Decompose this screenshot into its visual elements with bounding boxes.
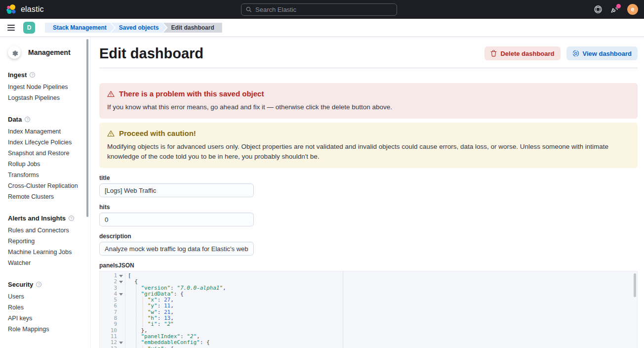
line-number: 5 (100, 297, 125, 303)
deployment-icon (594, 5, 602, 13)
sidebar-title: Management (28, 48, 71, 56)
sidebar-item-rules-and-connectors[interactable]: Rules and Connectors (8, 225, 84, 236)
line-number: 4 (100, 291, 125, 297)
description-field[interactable] (99, 242, 254, 256)
code-line: 13 │ │ "vis": { (100, 346, 637, 348)
code-line: 7 │ │ "w": 21, (100, 309, 637, 315)
delete-dashboard-button[interactable]: Delete dashboard (484, 46, 560, 60)
warning-callout: Proceed with caution! Modifying objects … (99, 123, 638, 168)
topbar-actions: e (594, 4, 638, 15)
error-callout-body: If you know what this error means, go ah… (107, 102, 630, 112)
line-number: 6 (100, 303, 125, 309)
newsfeed-button[interactable] (610, 5, 619, 14)
sidebar-item-watcher[interactable]: Watcher (8, 258, 84, 268)
warning-icon (107, 90, 115, 97)
search-icon (246, 6, 252, 13)
code-line: 1[ (100, 273, 637, 279)
sidebar-item-snapshot-and-restore[interactable]: Snapshot and Restore (8, 148, 84, 159)
sidebar-section-alerts-and-insights: Alerts and Insights? (8, 215, 84, 222)
breadcrumb-bar: D Stack ManagementSaved objectsEdit dash… (0, 19, 644, 37)
help-icon: ? (30, 72, 35, 78)
warning-callout-body: Modifying objects is for advanced users … (107, 142, 630, 162)
notification-dot (616, 4, 621, 8)
warning-icon (107, 130, 115, 137)
user-avatar[interactable]: e (627, 4, 638, 15)
help-icon: ? (36, 282, 41, 287)
line-number: 2 (100, 279, 125, 285)
elastic-home-link[interactable]: elastic (6, 4, 44, 15)
panels-json-label: panelsJSON (99, 262, 638, 269)
sidebar-item-ingest-node-pipelines[interactable]: Ingest Node Pipelines (8, 82, 84, 92)
line-number: 1 (100, 273, 125, 279)
sidebar-scrollbar[interactable] (86, 39, 88, 217)
main-content: Edit dashboard Delete dashboard View das… (91, 37, 644, 348)
fold-arrow-icon[interactable] (119, 342, 123, 344)
code-line: 4 │ "gridData": { (100, 291, 637, 297)
error-callout: There is a problem with this saved objec… (99, 83, 638, 119)
fold-arrow-icon[interactable] (119, 281, 123, 283)
title-field[interactable] (99, 183, 254, 197)
trash-icon (490, 50, 497, 57)
eye-icon (572, 50, 579, 57)
view-dashboard-button[interactable]: View dashboard (566, 46, 638, 60)
sidebar-item-api-keys[interactable]: API keys (8, 313, 84, 324)
sidebar-section-ingest: Ingest? (8, 71, 84, 79)
sidebar-item-cross-cluster-replication[interactable]: Cross-Cluster Replication (8, 180, 84, 191)
sidebar-header: Management (8, 46, 84, 59)
hits-field-label: hits (99, 204, 638, 211)
sidebar-item-transforms[interactable]: Transforms (8, 170, 84, 180)
panels-json-editor[interactable]: 1[2 {3 │ "version": "7.0.0-alpha1",4 │ "… (99, 271, 638, 348)
sidebar-item-remote-clusters[interactable]: Remote Clusters (8, 191, 84, 202)
title-field-label: title (99, 174, 638, 181)
sidebar-item-machine-learning-jobs[interactable]: Machine Learning Jobs (8, 247, 84, 258)
code-line: 12 │ "embeddableConfig": { (100, 340, 637, 346)
line-number: 9 (100, 321, 125, 327)
breadcrumb-stack-management[interactable]: Stack Management (45, 23, 115, 33)
code-line: 8 │ │ "h": 13, (100, 315, 637, 321)
breadcrumb: Stack ManagementSaved objectsEdit dashbo… (45, 23, 222, 33)
sidebar-item-role-mappings[interactable]: Role Mappings (8, 324, 84, 335)
editor-scrollbar[interactable] (634, 273, 636, 297)
search-input[interactable] (255, 6, 392, 13)
management-sidebar: Management Ingest?Ingest Node PipelinesL… (0, 37, 91, 348)
line-number: 12 (100, 340, 125, 346)
help-icon: ? (25, 117, 30, 122)
fold-arrow-icon[interactable] (119, 275, 123, 277)
line-number: 3 (100, 285, 125, 291)
line-number: 7 (100, 309, 125, 315)
sidebar-item-logstash-pipelines[interactable]: Logstash Pipelines (8, 92, 84, 103)
description-field-row: description (99, 233, 638, 256)
menu-icon[interactable] (4, 21, 17, 34)
description-field-label: description (99, 233, 638, 240)
space-badge[interactable]: D (23, 22, 35, 34)
sidebar-section-data: Data? (8, 116, 84, 123)
global-search-box[interactable] (241, 3, 397, 16)
page-header: Edit dashboard Delete dashboard View das… (99, 45, 638, 68)
sidebar-item-reporting[interactable]: Reporting (8, 236, 84, 247)
fold-arrow-icon[interactable] (119, 293, 123, 296)
deployment-button[interactable] (594, 5, 602, 13)
top-navigation-bar: elastic e (0, 0, 644, 19)
error-callout-title: There is a problem with this saved objec… (119, 89, 264, 98)
sidebar-item-roles[interactable]: Roles (8, 302, 84, 313)
line-number: 13 (100, 346, 125, 348)
code-line: 6 │ │ "y": 11, (100, 303, 637, 309)
global-search-area (49, 3, 589, 16)
page-title: Edit dashboard (99, 45, 203, 62)
code-line: 9 │ │ "i": "2" (100, 321, 637, 327)
help-icon: ? (69, 216, 74, 221)
sidebar-item-users[interactable]: Users (8, 291, 84, 302)
sidebar-item-rollup-jobs[interactable]: Rollup Jobs (8, 159, 84, 170)
hits-field[interactable] (99, 213, 254, 226)
panels-json-row: panelsJSON 1[2 {3 │ "version": "7.0.0-al… (99, 262, 638, 348)
breadcrumb-edit-dashboard[interactable]: Edit dashboard (163, 23, 222, 33)
title-field-row: title (99, 174, 638, 197)
gear-icon (8, 46, 21, 59)
hits-field-row: hits (99, 204, 638, 226)
elastic-logo-icon (6, 4, 17, 15)
breadcrumb-saved-objects[interactable]: Saved objects (111, 23, 167, 33)
warning-callout-title: Proceed with caution! (119, 129, 196, 137)
sidebar-item-index-lifecycle-policies[interactable]: Index Lifecycle Policies (8, 137, 84, 148)
line-number: 8 (100, 315, 125, 321)
sidebar-item-index-management[interactable]: Index Management (8, 126, 84, 137)
